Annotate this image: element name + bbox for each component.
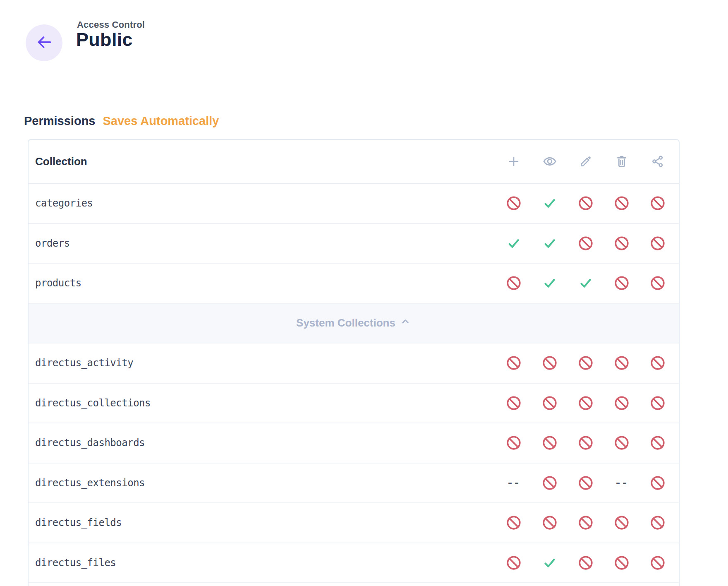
block-icon[interactable] bbox=[639, 543, 675, 583]
block-icon[interactable] bbox=[603, 543, 639, 583]
collection-name: orders bbox=[35, 238, 496, 249]
collection-name: directus_collections bbox=[35, 397, 496, 409]
table-row: categories bbox=[29, 184, 679, 224]
permission-cells bbox=[496, 384, 675, 423]
block-icon[interactable] bbox=[639, 184, 675, 223]
collection-name: directus_files bbox=[35, 557, 496, 569]
permissions-label: Permissions bbox=[24, 114, 95, 127]
chevron-up-icon bbox=[400, 316, 411, 330]
back-button[interactable] bbox=[26, 24, 62, 61]
block-icon[interactable] bbox=[603, 384, 639, 423]
block-icon[interactable] bbox=[568, 343, 603, 383]
collection-name: products bbox=[35, 277, 496, 289]
block-icon[interactable] bbox=[496, 503, 532, 543]
block-icon[interactable] bbox=[568, 184, 603, 223]
permission-cells bbox=[496, 224, 675, 263]
create-column-header bbox=[496, 154, 532, 168]
block-icon[interactable] bbox=[568, 464, 603, 503]
block-icon[interactable] bbox=[496, 343, 532, 383]
block-icon[interactable] bbox=[639, 264, 675, 303]
autosave-note: Saves Automatically bbox=[103, 114, 219, 127]
block-icon[interactable] bbox=[603, 423, 639, 463]
collection-name: directus_dashboards bbox=[35, 437, 496, 449]
collection-name: directus_activity bbox=[35, 357, 496, 369]
block-icon[interactable] bbox=[496, 184, 532, 223]
block-icon[interactable] bbox=[496, 264, 532, 303]
permissions-heading: PermissionsSaves Automatically bbox=[24, 114, 219, 128]
arrow-left-icon bbox=[35, 33, 54, 53]
block-icon[interactable] bbox=[639, 464, 675, 503]
block-icon[interactable] bbox=[496, 543, 532, 583]
collection-name: directus_extensions bbox=[35, 477, 496, 489]
no-permission-dash[interactable]: -- bbox=[603, 464, 639, 503]
collection-name: categories bbox=[35, 197, 496, 209]
block-icon[interactable] bbox=[568, 503, 603, 543]
table-header-row: Collection bbox=[29, 140, 679, 184]
block-icon[interactable] bbox=[532, 423, 568, 463]
block-icon[interactable] bbox=[496, 384, 532, 423]
block-icon[interactable] bbox=[568, 423, 603, 463]
block-icon[interactable] bbox=[532, 343, 568, 383]
permissions-table: Collection bbox=[28, 139, 680, 586]
block-icon[interactable] bbox=[603, 224, 639, 263]
action-column-headers bbox=[496, 154, 675, 168]
block-icon[interactable] bbox=[568, 224, 603, 263]
page-title: Public bbox=[76, 29, 133, 50]
check-icon[interactable] bbox=[532, 184, 568, 223]
eye-icon bbox=[543, 154, 557, 168]
share-icon bbox=[651, 155, 664, 168]
permission-cells bbox=[496, 503, 675, 543]
block-icon[interactable] bbox=[639, 384, 675, 423]
block-icon[interactable] bbox=[532, 384, 568, 423]
permission-cells: ---- bbox=[496, 464, 675, 503]
permission-cells bbox=[496, 423, 675, 463]
block-icon[interactable] bbox=[532, 464, 568, 503]
permission-cells bbox=[496, 184, 675, 223]
block-icon[interactable] bbox=[568, 384, 603, 423]
permission-cells bbox=[496, 343, 675, 383]
check-icon[interactable] bbox=[532, 224, 568, 263]
collection-column-header: Collection bbox=[35, 155, 496, 168]
check-icon[interactable] bbox=[532, 264, 568, 303]
table-row: orders bbox=[29, 224, 679, 264]
table-row: directus_activity bbox=[29, 343, 679, 384]
table-row: directus_extensions---- bbox=[29, 464, 679, 504]
permission-cells bbox=[496, 264, 675, 303]
user-collection-rows: categoriesordersproducts bbox=[29, 184, 679, 304]
system-collections-toggle[interactable]: System Collections bbox=[29, 304, 679, 344]
check-icon[interactable] bbox=[532, 543, 568, 583]
block-icon[interactable] bbox=[532, 503, 568, 543]
block-icon[interactable] bbox=[639, 343, 675, 383]
block-icon[interactable] bbox=[568, 543, 603, 583]
table-row: directus_dashboards bbox=[29, 423, 679, 464]
table-row: products bbox=[29, 264, 679, 304]
block-icon[interactable] bbox=[603, 184, 639, 223]
plus-icon bbox=[507, 155, 520, 168]
share-column-header bbox=[639, 154, 675, 168]
update-column-header bbox=[568, 154, 603, 168]
block-icon[interactable] bbox=[639, 423, 675, 463]
table-row: directus_fields bbox=[29, 503, 679, 543]
no-permission-dash[interactable]: -- bbox=[496, 464, 532, 503]
system-collection-rows: directus_activitydirectus_collectionsdir… bbox=[29, 343, 679, 583]
check-icon[interactable] bbox=[496, 224, 532, 263]
block-icon[interactable] bbox=[603, 503, 639, 543]
system-collections-label: System Collections bbox=[296, 317, 395, 329]
table-row: directus_files bbox=[29, 543, 679, 584]
pencil-icon bbox=[579, 155, 592, 168]
trash-icon bbox=[615, 155, 628, 168]
permission-cells bbox=[496, 543, 675, 583]
read-column-header bbox=[532, 154, 568, 168]
table-row: directus_collections bbox=[29, 384, 679, 424]
delete-column-header bbox=[603, 154, 639, 168]
block-icon[interactable] bbox=[603, 343, 639, 383]
block-icon[interactable] bbox=[496, 423, 532, 463]
block-icon[interactable] bbox=[603, 264, 639, 303]
check-icon[interactable] bbox=[568, 264, 603, 303]
block-icon[interactable] bbox=[639, 503, 675, 543]
block-icon[interactable] bbox=[639, 224, 675, 263]
collection-name: directus_fields bbox=[35, 517, 496, 528]
